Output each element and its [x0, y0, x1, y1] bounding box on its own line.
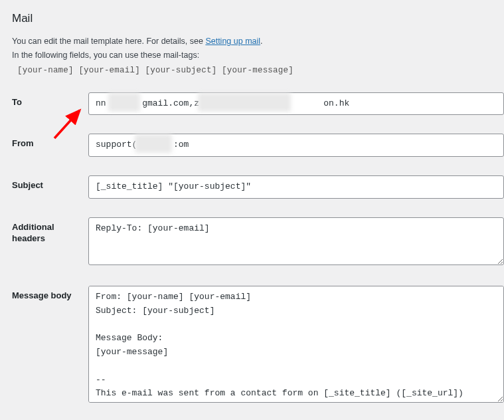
row-subject: Subject: [12, 175, 504, 199]
section-title: Mail: [12, 12, 504, 25]
to-input[interactable]: [88, 92, 504, 116]
intro-line-1: You can edit the mail template here. For…: [12, 35, 504, 49]
label-subject: Subject: [12, 175, 88, 191]
subject-input[interactable]: [88, 175, 504, 199]
row-from: From: [12, 134, 504, 157]
redaction-blur: [198, 93, 291, 112]
label-from: From: [12, 134, 88, 150]
label-to: To: [12, 92, 88, 108]
label-additional-headers: Additional headers: [12, 217, 88, 245]
redaction-blur: [108, 93, 140, 112]
redaction-blur: [135, 134, 172, 153]
row-to: To: [12, 92, 504, 116]
row-message-body: Message body: [12, 286, 504, 405]
label-message-body: Message body: [12, 286, 88, 302]
intro-text-before: You can edit the mail template here. For…: [12, 37, 205, 46]
message-body-textarea[interactable]: [88, 286, 504, 403]
row-additional-headers: Additional headers: [12, 217, 504, 267]
mail-tags-list: [your-name] [your-email] [your-subject] …: [17, 66, 504, 75]
setting-up-mail-link[interactable]: Setting up mail: [205, 37, 260, 46]
intro-line-2: In the following fields, you can use the…: [12, 49, 504, 62]
intro-text-after: .: [260, 37, 262, 46]
additional-headers-textarea[interactable]: [88, 217, 504, 265]
